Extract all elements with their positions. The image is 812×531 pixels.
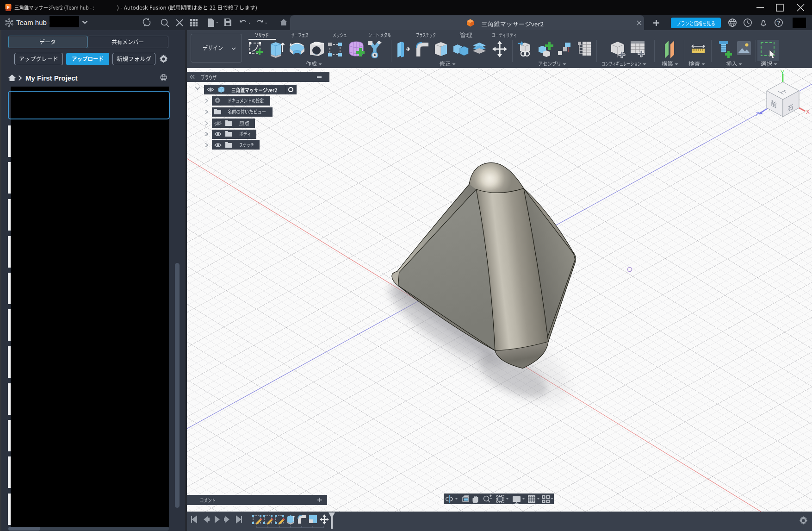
svg-text:Z: Z — [756, 111, 759, 118]
svg-text:X: X — [806, 109, 810, 115]
svg-text:?: ? — [777, 20, 780, 25]
svg-text:Y: Y — [781, 69, 784, 76]
svg-text:F: F — [7, 5, 10, 10]
